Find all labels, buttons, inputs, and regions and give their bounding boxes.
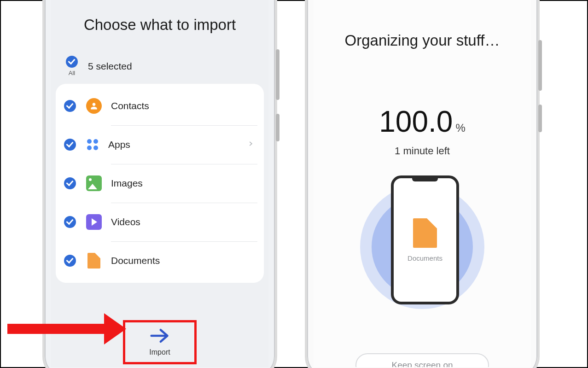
chevron-right-icon (247, 139, 254, 150)
import-item-label: Images (111, 178, 143, 189)
import-item-documents[interactable]: Documents (56, 241, 264, 280)
images-icon (86, 175, 102, 191)
import-item-contacts[interactable]: Contacts (56, 87, 264, 125)
select-all-checkbox[interactable] (66, 56, 78, 68)
select-all-label: All (69, 70, 75, 76)
keep-screen-on-button[interactable]: Keep screen on (355, 353, 489, 367)
select-all-row[interactable]: All 5 selected (61, 56, 268, 76)
import-button[interactable]: Import (128, 322, 192, 362)
checkbox-contacts[interactable] (64, 100, 76, 112)
hardware-volume-button (276, 49, 279, 100)
import-item-videos[interactable]: Videos (56, 203, 264, 241)
import-item-apps[interactable]: Apps (56, 125, 264, 164)
hardware-power-button (276, 114, 279, 141)
import-item-label: Contacts (111, 100, 149, 111)
percent-unit: % (455, 122, 465, 134)
selected-count-label: 5 selected (88, 61, 132, 72)
arrow-right-icon (150, 327, 170, 345)
apps-icon (86, 138, 99, 151)
progress-percent: 100.0 (379, 105, 453, 138)
checkbox-videos[interactable] (64, 216, 76, 228)
device-icon: Documents (391, 175, 459, 304)
import-button-label: Import (149, 348, 170, 356)
videos-icon (86, 214, 102, 230)
import-item-label: Videos (111, 216, 140, 228)
page-title: Organizing your stuff… (314, 32, 531, 49)
documents-icon (86, 253, 102, 269)
transfer-visual: Documents (353, 171, 491, 309)
checkbox-apps[interactable] (64, 139, 76, 151)
import-item-images[interactable]: Images (56, 164, 264, 203)
checkbox-documents[interactable] (64, 255, 76, 267)
current-item-label: Documents (408, 254, 442, 262)
import-item-label: Documents (111, 255, 160, 266)
contacts-icon (86, 98, 102, 114)
time-remaining-label: 1 minute left (314, 145, 531, 157)
phone-frame-right: Organizing your stuff… 100.0% 1 minute l… (305, 0, 540, 368)
checkbox-images[interactable] (64, 177, 76, 189)
documents-icon (413, 218, 437, 248)
hardware-volume-button (538, 40, 542, 91)
phone-frame-left: Choose what to import All 5 selected Con… (42, 0, 277, 368)
page-title: Choose what to import (51, 16, 268, 34)
import-item-label: Apps (108, 139, 130, 150)
progress-readout: 100.0% (314, 105, 531, 139)
import-items-card: Contacts Apps Images (56, 84, 264, 283)
hardware-power-button (538, 105, 542, 132)
